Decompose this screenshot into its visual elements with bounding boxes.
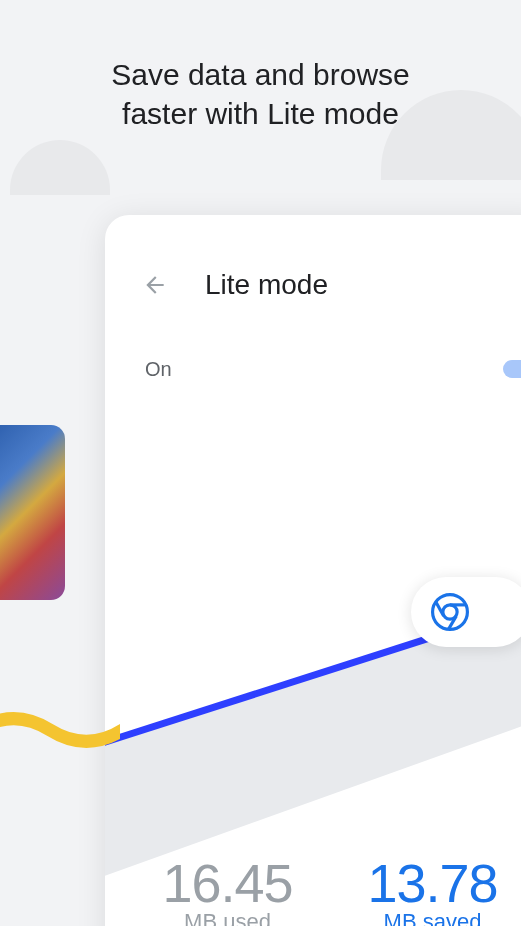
stat-used: 16.45 MB used (162, 852, 292, 926)
decorative-artwork (0, 425, 65, 600)
stat-label: MB saved (367, 909, 497, 926)
card-title: Lite mode (205, 269, 328, 301)
stat-saved: 13.78 MB saved (367, 852, 497, 926)
back-button[interactable] (135, 265, 175, 305)
lite-mode-card: Lite mode On 16.45 MB used 13.78 MB save… (105, 215, 521, 926)
card-header: Lite mode (105, 215, 521, 305)
toggle-track (503, 360, 521, 378)
decorative-wave (0, 700, 120, 760)
page-headline: Save data and browse faster with Lite mo… (0, 0, 521, 133)
lite-mode-toggle[interactable] (503, 355, 521, 383)
headline-line: faster with Lite mode (0, 94, 521, 133)
chrome-icon (431, 593, 469, 631)
decorative-cloud (10, 140, 110, 195)
arrow-left-icon (142, 272, 168, 298)
toggle-row: On (105, 305, 521, 383)
stats-row: 16.45 MB used 13.78 MB saved (105, 852, 521, 926)
chrome-button[interactable] (411, 577, 521, 647)
toggle-label: On (145, 358, 172, 381)
headline-line: Save data and browse (0, 55, 521, 94)
stat-value: 13.78 (367, 852, 497, 914)
stat-value: 16.45 (162, 852, 292, 914)
